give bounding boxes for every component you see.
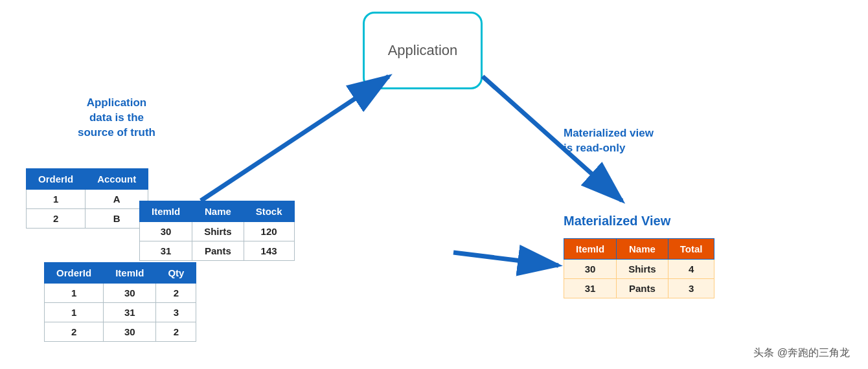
cell: 2	[156, 284, 196, 303]
orders-col-orderid: OrderId	[27, 169, 86, 190]
cell: 3	[668, 279, 714, 298]
left-annotation: Applicationdata is thesource of truth	[78, 96, 155, 140]
cell: 3	[156, 303, 196, 322]
application-label: Application	[388, 42, 458, 59]
table-row: 30 Shirts 120	[140, 222, 295, 241]
cell: 31	[140, 241, 192, 261]
items-col-itemid: ItemId	[140, 201, 192, 222]
table-row: 1 A	[27, 190, 148, 209]
matview-table: ItemId Name Total 30 Shirts 4 31 Pants 3	[564, 238, 714, 298]
table-row: 31 Pants 3	[564, 279, 714, 298]
cell: 1	[45, 303, 104, 322]
cell: 2	[27, 209, 86, 229]
cell: 1	[45, 284, 104, 303]
mat-view-title: Materialized View	[564, 214, 670, 229]
arrow-items-to-matview	[453, 252, 558, 265]
oi-col-qty: Qty	[156, 263, 196, 284]
table-row: 30 Shirts 4	[564, 260, 714, 279]
cell: Pants	[617, 279, 668, 298]
cell: Shirts	[192, 222, 244, 241]
items-table: ItemId Name Stock 30 Shirts 120 31 Pants…	[139, 201, 295, 261]
cell: Shirts	[617, 260, 668, 279]
table-row: 2 30 2	[45, 322, 196, 342]
cell: 31	[564, 279, 617, 298]
cell: 120	[244, 222, 294, 241]
items-col-stock: Stock	[244, 201, 294, 222]
cell: 1	[27, 190, 86, 209]
table-row: 1 31 3	[45, 303, 196, 322]
cell: 30	[140, 222, 192, 241]
orderitems-table: OrderId ItemId Qty 1 30 2 1 31 3 2 30 2	[44, 262, 196, 342]
mv-col-itemid: ItemId	[564, 239, 617, 260]
cell: 4	[668, 260, 714, 279]
mv-col-total: Total	[668, 239, 714, 260]
arrow-tables-to-app	[201, 76, 389, 201]
orderitems-table-container: OrderId ItemId Qty 1 30 2 1 31 3 2 30 2	[44, 262, 196, 342]
oi-col-itemid: ItemId	[104, 263, 156, 284]
mv-col-name: Name	[617, 239, 668, 260]
cell: 30	[104, 284, 156, 303]
cell: 30	[564, 260, 617, 279]
orders-table: OrderId Account 1 A 2 B	[26, 168, 148, 229]
items-table-container: ItemId Name Stock 30 Shirts 120 31 Pants…	[139, 201, 295, 261]
table-row: 1 30 2	[45, 284, 196, 303]
cell: 30	[104, 322, 156, 342]
application-box: Application	[363, 12, 483, 89]
cell: 2	[45, 322, 104, 342]
cell: 143	[244, 241, 294, 261]
right-annotation: Materialized viewis read-only	[564, 126, 654, 156]
orders-table-container: OrderId Account 1 A 2 B	[26, 168, 148, 229]
watermark: 头条 @奔跑的三角龙	[753, 346, 850, 360]
oi-col-orderid: OrderId	[45, 263, 104, 284]
table-row: 2 B	[27, 209, 148, 229]
cell: Pants	[192, 241, 244, 261]
items-col-name: Name	[192, 201, 244, 222]
table-row: 31 Pants 143	[140, 241, 295, 261]
cell: 31	[104, 303, 156, 322]
cell: 2	[156, 322, 196, 342]
orders-col-account: Account	[86, 169, 148, 190]
matview-table-container: ItemId Name Total 30 Shirts 4 31 Pants 3	[564, 238, 714, 298]
